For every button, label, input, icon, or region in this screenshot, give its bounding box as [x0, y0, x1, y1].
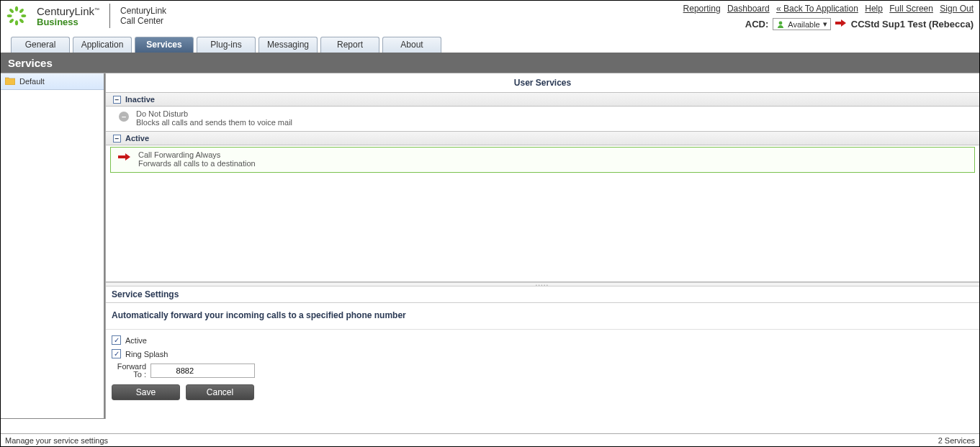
header-right: Reporting Dashboard « Back To Applicatio… [679, 4, 974, 30]
user-available-icon [776, 20, 785, 29]
brand-app: CenturyLink Call Center [120, 6, 166, 26]
section-active-header[interactable]: − Active [106, 131, 979, 145]
tab-report[interactable]: Report [320, 37, 379, 53]
checkbox-ringsplash[interactable]: ✓ [112, 349, 121, 358]
link-reporting[interactable]: Reporting [683, 4, 721, 14]
acd-label: ACD: [745, 19, 769, 30]
brand-divider [109, 4, 110, 28]
collapse-icon[interactable]: − [113, 135, 121, 143]
service-row-cfa[interactable]: Call Forwarding Always Forwards all call… [110, 147, 975, 173]
tab-services[interactable]: Services [135, 37, 194, 53]
checkbox-active-row: ✓ Active [112, 335, 974, 345]
section-inactive-header[interactable]: − Inactive [106, 92, 979, 107]
brand: CenturyLink™ Business CenturyLink Call C… [6, 4, 166, 28]
service-dnd-title: Do Not Disturb [136, 109, 292, 118]
svg-point-8 [779, 21, 783, 24]
services-list: User Services − Inactive – Do Not Distur… [106, 73, 979, 282]
checkbox-active-label: Active [125, 336, 147, 345]
statusbar: Manage your service settings 2 Services [1, 433, 979, 446]
service-cfa-title: Call Forwarding Always [138, 150, 256, 159]
top-links: Reporting Dashboard « Back To Applicatio… [679, 4, 974, 14]
statusbar-left: Manage your service settings [5, 436, 108, 445]
link-back-to-application[interactable]: « Back To Application [776, 4, 858, 14]
centurylink-logo-icon [6, 6, 27, 26]
svg-point-1 [19, 8, 24, 14]
acd-availability-dropdown[interactable]: Available ▾ [773, 18, 830, 30]
checkbox-ringsplash-row: ✓ Ring Splash [112, 349, 974, 358]
link-dashboard[interactable]: Dashboard [727, 4, 770, 14]
collapse-icon[interactable]: − [113, 96, 121, 104]
checkbox-ringsplash-label: Ring Splash [125, 350, 168, 358]
service-settings: Service Settings Automatically forward y… [106, 286, 979, 419]
folder-icon [5, 76, 15, 86]
brand-app-line2: Call Center [120, 16, 166, 26]
section-active-label: Active [125, 134, 149, 143]
settings-desc: Automatically forward your incoming call… [106, 303, 979, 330]
page-title: Services [1, 53, 979, 73]
service-row-dnd[interactable]: – Do Not Disturb Blocks all calls and se… [106, 107, 979, 131]
sidebar-item-default[interactable]: Default [1, 73, 104, 90]
statusbar-right: 2 Services [938, 436, 975, 445]
cancel-button[interactable]: Cancel [186, 384, 254, 400]
forward-to-row: Forward To : [112, 363, 974, 379]
main: Default User Services − Inactive – Do No… [1, 73, 979, 419]
logo-block: CenturyLink™ Business CenturyLink Call C… [6, 4, 166, 28]
acd-row: ACD: Available ▾ CCStd Sup1 Test (Rebecc… [679, 18, 974, 30]
svg-point-4 [15, 20, 18, 25]
svg-point-5 [9, 18, 14, 24]
tab-application[interactable]: Application [73, 37, 132, 53]
red-arrow-icon [835, 19, 847, 30]
acd-status: Available [788, 20, 819, 29]
brand-company: CenturyLink [37, 5, 94, 17]
disabled-icon: – [119, 112, 129, 122]
button-row: Save Cancel [112, 384, 974, 400]
forward-to-label: Forward To : [112, 363, 146, 379]
tab-about[interactable]: About [382, 37, 441, 53]
link-full-screen[interactable]: Full Screen [889, 4, 933, 14]
brand-app-line1: CenturyLink [120, 6, 166, 16]
trademark: ™ [94, 7, 99, 12]
tab-messaging[interactable]: Messaging [259, 37, 318, 53]
checkbox-active[interactable]: ✓ [112, 335, 121, 345]
svg-point-7 [9, 8, 14, 14]
sidebar: Default [1, 73, 105, 419]
forward-to-input[interactable] [150, 364, 255, 378]
current-user-name: CCStd Sup1 Test (Rebecca) [851, 19, 974, 30]
user-services-title: User Services [106, 73, 979, 92]
link-sign-out[interactable]: Sign Out [940, 4, 974, 14]
service-dnd-desc: Blocks all calls and sends them to voice… [136, 118, 292, 127]
tab-plugins[interactable]: Plug-ins [197, 37, 256, 53]
sidebar-item-label: Default [19, 77, 45, 86]
brand-sub: Business [37, 17, 99, 27]
tab-general[interactable]: General [11, 37, 70, 53]
svg-point-6 [7, 14, 12, 17]
chevron-down-icon: ▾ [823, 19, 827, 29]
link-help[interactable]: Help [865, 4, 883, 14]
section-inactive-label: Inactive [125, 95, 155, 104]
brand-text: CenturyLink™ Business [37, 5, 99, 27]
header: CenturyLink™ Business CenturyLink Call C… [1, 1, 979, 37]
save-button[interactable]: Save [112, 384, 180, 400]
svg-point-0 [15, 6, 18, 12]
forward-arrow-icon [118, 152, 131, 163]
tabs: General Application Services Plug-ins Me… [1, 37, 979, 53]
content: User Services − Inactive – Do Not Distur… [105, 73, 979, 419]
service-cfa-desc: Forwards all calls to a destination [138, 159, 256, 168]
settings-title: Service Settings [106, 286, 979, 303]
svg-point-2 [21, 14, 26, 17]
svg-point-3 [19, 18, 24, 24]
settings-form: ✓ Active ✓ Ring Splash Forward To : Save… [106, 330, 979, 406]
